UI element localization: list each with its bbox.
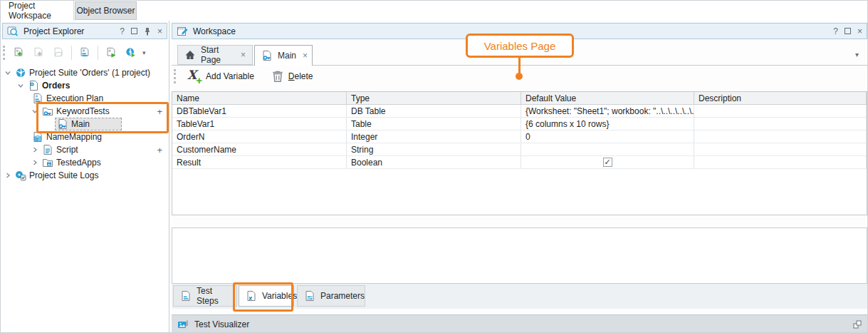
column-header-name[interactable]: Name: [172, 92, 347, 104]
delete-button[interactable]: Delete: [268, 68, 316, 84]
test-visualizer-title: Test Visualizer: [194, 319, 249, 329]
cell-type[interactable]: DB Table: [347, 105, 521, 117]
organize-execution-plan-button[interactable]: [75, 43, 94, 62]
pin-icon[interactable]: [144, 27, 151, 36]
cell-description[interactable]: [694, 143, 867, 155]
chevron-down-icon[interactable]: [4, 68, 12, 77]
variable-row[interactable]: TableVar1 Table {6 columns x 10 rows}: [172, 118, 867, 130]
open-file-icon: [53, 47, 64, 58]
cell-name[interactable]: DBTableVar1: [172, 105, 347, 117]
variable-row[interactable]: DBTableVar1 DB Table {Worksheet: "Sheet1…: [172, 105, 867, 118]
toolbar-grip[interactable]: [174, 69, 176, 83]
project-explorer-toolbar: ▾: [1, 41, 169, 64]
variable-row[interactable]: Result Boolean ✓: [172, 156, 867, 169]
tree-item-script[interactable]: Script +: [1, 143, 168, 156]
chevron-right-icon[interactable]: [4, 171, 12, 180]
variables-lower-pane: [172, 227, 867, 284]
chevron-right-icon[interactable]: [31, 158, 39, 167]
maximize-icon[interactable]: [845, 28, 851, 34]
add-child-button[interactable]: +: [157, 107, 162, 116]
callout-label: Variables Page: [484, 40, 556, 52]
tab-list-caret[interactable]: ▾: [855, 51, 859, 58]
variables-icon: [246, 290, 257, 302]
cell-name[interactable]: CustomerName: [172, 143, 347, 155]
checkbox-checked[interactable]: ✓: [603, 158, 612, 167]
project-explorer-icon: [7, 26, 19, 37]
tab-variables[interactable]: Variables: [239, 285, 294, 307]
keyword-test-icon: [261, 50, 273, 61]
parameters-icon: [304, 290, 315, 302]
close-tab-icon[interactable]: ×: [303, 51, 308, 61]
cell-description[interactable]: [694, 105, 867, 117]
close-tab-icon[interactable]: ×: [241, 50, 246, 60]
tree-item-main[interactable]: Main: [1, 118, 168, 130]
tree-item-namemapping[interactable]: NameMapping: [1, 130, 168, 143]
cell-description[interactable]: [694, 118, 867, 130]
toolbar-grip[interactable]: [3, 46, 5, 60]
add-child-button[interactable]: +: [157, 145, 162, 155]
tree-item-testedapps[interactable]: TestedApps: [1, 156, 168, 169]
workspace-icon: [177, 26, 188, 37]
tab-parameters[interactable]: Parameters: [297, 285, 365, 307]
tab-start-page[interactable]: Start Page ×: [177, 45, 253, 65]
dock-icon[interactable]: [852, 319, 862, 329]
cell-default-value[interactable]: {Worksheet: "Sheet1"; workbook: "..\..\.…: [521, 105, 694, 117]
tree-item-project-suite-logs[interactable]: Project Suite Logs: [1, 169, 168, 182]
run-project-button[interactable]: [102, 43, 120, 62]
help-icon[interactable]: ?: [833, 26, 838, 36]
tab-label: Test Steps: [197, 286, 230, 306]
cell-description[interactable]: [694, 156, 867, 168]
tree-item-label: TestedApps: [56, 158, 101, 168]
chevron-down-icon[interactable]: [16, 81, 25, 90]
variable-row[interactable]: CustomerName String: [172, 143, 867, 156]
tab-main[interactable]: Main ×: [254, 45, 313, 66]
cell-name[interactable]: Result: [172, 156, 347, 168]
chevron-right-icon[interactable]: [31, 145, 39, 154]
home-icon: [184, 49, 196, 61]
cell-description[interactable]: [694, 130, 867, 143]
cell-default-value[interactable]: {6 columns x 10 rows}: [521, 118, 694, 130]
column-header-default-value[interactable]: Default Value: [521, 92, 694, 104]
cell-name[interactable]: OrderN: [172, 130, 347, 143]
project-suite-icon: [15, 67, 26, 78]
close-icon[interactable]: ×: [857, 26, 862, 36]
run-project-suite-button[interactable]: [122, 43, 140, 62]
tab-test-steps[interactable]: Test Steps: [173, 285, 237, 307]
tab-object-browser[interactable]: Object Browser: [75, 1, 137, 20]
callout-dot: [516, 73, 523, 80]
run-dropdown-caret[interactable]: ▾: [142, 49, 146, 56]
cell-name[interactable]: TableVar1: [172, 118, 347, 130]
cell-type[interactable]: Boolean: [347, 156, 521, 168]
variables-grid: Name Type Default Value Description DBTa…: [172, 91, 867, 215]
cell-type[interactable]: String: [347, 143, 521, 155]
help-icon[interactable]: ?: [120, 26, 125, 36]
column-header-type[interactable]: Type: [347, 92, 521, 104]
column-header-description[interactable]: Description: [694, 92, 867, 104]
open-file-button[interactable]: [49, 43, 68, 62]
tree-item-orders[interactable]: Orders: [1, 79, 168, 92]
variable-row[interactable]: OrderN Integer 0: [172, 130, 867, 143]
project-explorer-panel: Project Explorer ? ×: [1, 21, 169, 333]
maximize-icon[interactable]: [131, 28, 137, 34]
tree-item-execution-plan[interactable]: Execution Plan: [1, 92, 168, 105]
new-file-button[interactable]: [29, 43, 48, 62]
selected-row-highlight: Main: [55, 118, 122, 130]
tree-item-project-suite[interactable]: Project Suite 'Orders' (1 project): [1, 66, 168, 79]
cell-type[interactable]: Integer: [347, 130, 521, 143]
tab-project-workspace[interactable]: Project Workspace: [1, 1, 74, 21]
close-icon[interactable]: ×: [157, 26, 162, 36]
execution-plan-icon: [79, 47, 90, 58]
cell-default-value[interactable]: 0: [521, 130, 694, 143]
project-tree: Project Suite 'Orders' (1 project) Order…: [1, 66, 168, 182]
add-variable-button[interactable]: X+ Add Variable: [183, 68, 257, 85]
tree-item-label: Orders: [42, 81, 70, 91]
tree-item-keywordtests[interactable]: KeywordTests +: [1, 105, 168, 118]
add-new-item-button[interactable]: [9, 43, 28, 62]
cell-default-value[interactable]: ✓: [521, 156, 694, 168]
cell-type[interactable]: Table: [347, 118, 521, 130]
test-visualizer-bar[interactable]: Test Visualizer: [172, 314, 868, 333]
chevron-down-icon[interactable]: [31, 107, 39, 116]
new-file-icon: [33, 47, 44, 58]
cell-default-value[interactable]: [521, 143, 694, 155]
test-visualizer-icon: [177, 319, 189, 330]
